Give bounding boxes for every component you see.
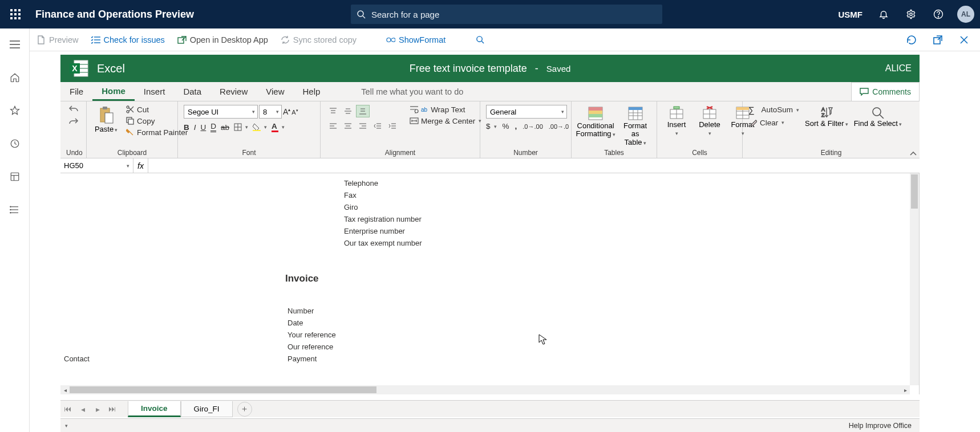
- eraser-icon: [748, 118, 758, 127]
- tab-file[interactable]: File: [60, 82, 92, 101]
- font-color-button[interactable]: A▾: [272, 122, 285, 132]
- nav-favorites-button[interactable]: [5, 100, 25, 121]
- formula-input[interactable]: [148, 158, 920, 173]
- tab-data[interactable]: Data: [174, 82, 210, 101]
- svg-rect-2: [18, 9, 21, 11]
- increase-indent-button[interactable]: [386, 120, 399, 132]
- help-improve-link[interactable]: Help Improve Office: [849, 422, 912, 430]
- tab-insert[interactable]: Insert: [135, 82, 175, 101]
- find-select-button[interactable]: Find & Select▾: [854, 105, 902, 128]
- format-as-table-button[interactable]: Format as Table▾: [619, 105, 651, 146]
- sort-filter-button[interactable]: AZSort & Filter▾: [805, 105, 848, 128]
- tab-home[interactable]: Home: [92, 82, 135, 101]
- sheet-nav-next[interactable]: ▸: [90, 402, 105, 417]
- wrap-text-button[interactable]: abWrap Text: [410, 105, 481, 114]
- comment-icon: [860, 88, 869, 96]
- align-center-button[interactable]: [341, 120, 355, 132]
- global-search[interactable]: Search for a page: [351, 5, 662, 24]
- tell-me-input[interactable]: Tell me what you want to do: [352, 82, 472, 101]
- align-right-button[interactable]: [356, 120, 370, 132]
- sheet-nav-first[interactable]: ⏮: [60, 402, 75, 417]
- redo-button[interactable]: [68, 117, 79, 125]
- scrollbar-thumb[interactable]: [911, 174, 918, 209]
- close-button[interactable]: [955, 31, 973, 49]
- check-issues-button[interactable]: Check for issues: [91, 35, 165, 44]
- nav-workspaces-button[interactable]: [5, 166, 25, 187]
- nav-home-button[interactable]: [5, 67, 25, 88]
- copy-icon: [125, 116, 135, 125]
- scroll-left-button[interactable]: ◂: [60, 385, 70, 394]
- underline-button[interactable]: U: [201, 123, 206, 132]
- worksheet-tab-invoice[interactable]: Invoice: [128, 401, 181, 417]
- fill-color-button[interactable]: ▾: [253, 123, 267, 131]
- strikethrough-button[interactable]: ab: [221, 123, 229, 132]
- double-underline-button[interactable]: D: [210, 122, 216, 132]
- nav-recent-button[interactable]: [5, 133, 25, 154]
- comma-button[interactable]: ,: [515, 122, 517, 131]
- insert-cells-button[interactable]: Insert▾: [663, 105, 690, 137]
- merge-center-button[interactable]: Merge & Center▾: [410, 116, 481, 125]
- scroll-right-button[interactable]: ▸: [901, 385, 910, 394]
- font-size-select[interactable]: 8▾: [259, 105, 282, 119]
- tab-view[interactable]: View: [257, 82, 293, 101]
- mouse-cursor-icon: [538, 334, 548, 345]
- italic-button[interactable]: I: [194, 123, 196, 132]
- fx-button[interactable]: fx: [133, 158, 148, 173]
- sync-button[interactable]: Sync stored copy: [281, 35, 357, 44]
- user-avatar[interactable]: AL: [957, 6, 974, 23]
- percent-button[interactable]: %: [503, 122, 509, 131]
- comments-button[interactable]: Comments: [851, 82, 920, 101]
- nav-hamburger-button[interactable]: [5, 34, 25, 55]
- name-box[interactable]: HG50 ▾: [60, 158, 133, 173]
- nav-modules-button[interactable]: [5, 199, 25, 220]
- currency-button[interactable]: $▾: [486, 122, 497, 131]
- vertical-scrollbar[interactable]: [910, 173, 919, 385]
- undo-button[interactable]: [68, 105, 79, 113]
- notifications-button[interactable]: [872, 2, 896, 26]
- shrink-font-button[interactable]: A▾: [291, 108, 298, 116]
- delete-cells-button[interactable]: Delete▾: [696, 105, 723, 137]
- worksheet-tab-giro[interactable]: Giro_FI: [181, 401, 233, 417]
- sheet-nav-prev[interactable]: ◂: [75, 402, 90, 417]
- paste-button[interactable]: Paste▾: [92, 105, 120, 133]
- group-number-label: Number: [486, 148, 565, 157]
- preview-button[interactable]: Preview: [37, 35, 79, 44]
- app-launcher-button[interactable]: [6, 5, 25, 24]
- conditional-formatting-button[interactable]: Conditional Formatting▾: [577, 105, 614, 138]
- align-bottom-button[interactable]: [356, 105, 370, 117]
- scrollbar-thumb[interactable]: [70, 386, 376, 393]
- align-left-button[interactable]: [326, 120, 340, 132]
- align-middle-button[interactable]: [341, 105, 355, 117]
- borders-button[interactable]: ▾: [234, 123, 248, 131]
- settings-button[interactable]: [899, 2, 923, 26]
- sub-search-button[interactable]: [475, 35, 484, 44]
- collapse-ribbon-button[interactable]: [909, 151, 917, 157]
- align-top-button[interactable]: [326, 105, 340, 117]
- horizontal-scrollbar[interactable]: ◂ ▸: [60, 385, 910, 394]
- autosum-button[interactable]: ∑ AutoSum▾: [748, 105, 799, 115]
- add-worksheet-button[interactable]: ＋: [237, 402, 252, 417]
- decrease-indent-button[interactable]: [371, 120, 384, 132]
- open-desktop-button[interactable]: Open in Desktop App: [177, 35, 268, 44]
- popout-button[interactable]: [929, 31, 947, 49]
- sheet-nav-last[interactable]: ⏭: [105, 402, 120, 417]
- excel-user[interactable]: ALICE: [885, 63, 912, 74]
- increase-decimal-button[interactable]: .0→.00: [523, 123, 542, 130]
- tab-review[interactable]: Review: [210, 82, 257, 101]
- document-name[interactable]: Free text invoice template: [410, 63, 527, 75]
- help-button[interactable]: [926, 2, 950, 26]
- clear-button[interactable]: Clear▾: [748, 118, 799, 127]
- name-box-value: HG50: [64, 161, 125, 170]
- spreadsheet-grid[interactable]: Telephone Fax Giro Tax registration numb…: [60, 173, 920, 394]
- tab-help[interactable]: Help: [294, 82, 330, 101]
- number-format-select[interactable]: General▾: [486, 105, 567, 119]
- showformat-button[interactable]: ShowFormat: [386, 35, 446, 44]
- font-name-select[interactable]: Segoe UI▾: [184, 105, 258, 119]
- grow-font-button[interactable]: A▴: [283, 107, 290, 116]
- decrease-decimal-button[interactable]: .00→.0: [549, 123, 569, 130]
- ribbon: Undo Paste▾ Cut Copy Format Painter Clip…: [60, 101, 920, 158]
- status-menu-button[interactable]: ▾: [65, 423, 68, 429]
- refresh-button[interactable]: [902, 31, 921, 49]
- company-code[interactable]: USMF: [839, 10, 863, 19]
- bold-button[interactable]: B: [184, 123, 189, 132]
